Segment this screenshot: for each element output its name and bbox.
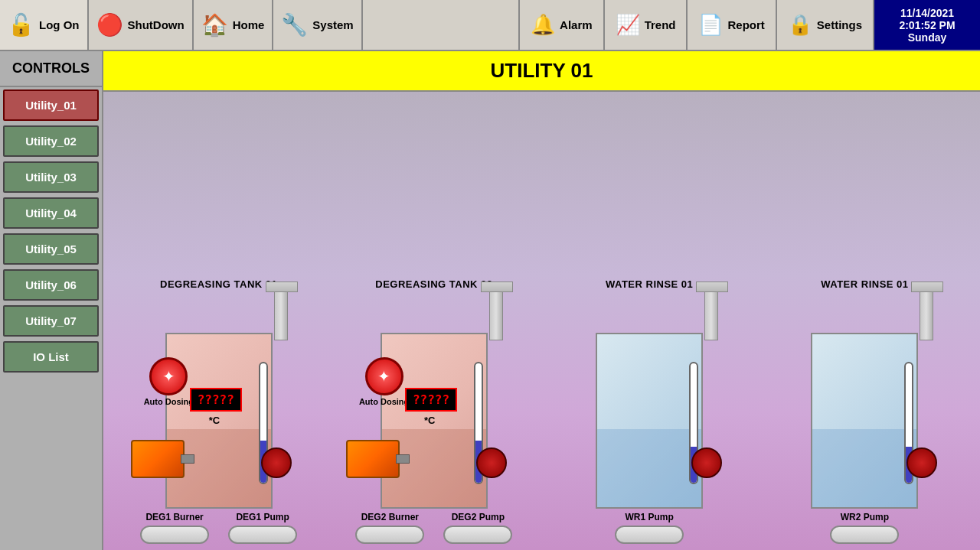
- pump-label-2: WR1 Pump: [625, 512, 673, 522]
- settings-button[interactable]: 🔒 Settings: [776, 0, 873, 50]
- auto-dosing-1: Auto Dosing: [359, 357, 409, 406]
- pipe-top-right-3: [920, 287, 933, 340]
- alarm-icon: 🔔: [531, 13, 555, 37]
- pump-label-1: DEG2 Pump: [452, 512, 505, 522]
- control-group-pump-0: DEG1 Pump: [228, 512, 297, 544]
- burner-button-1[interactable]: [355, 526, 424, 544]
- tank-visual-0: ?????*CAuto Dosing: [150, 295, 288, 509]
- home-button[interactable]: 🏠 Home: [194, 0, 274, 50]
- control-row-3: WR2 Pump: [776, 509, 952, 550]
- tank-body-2: [596, 333, 703, 509]
- trend-icon: 📈: [616, 13, 640, 37]
- control-group-pump-1: DEG2 Pump: [443, 512, 512, 544]
- topbar: 🔓 Log On 🔴 ShutDown 🏠 Home 🔧 System 🔔 Al…: [0, 0, 980, 51]
- settings-label: Settings: [817, 18, 862, 31]
- burner-0: [131, 440, 185, 478]
- shutdown-icon: 🔴: [96, 12, 123, 37]
- tank-visual-3: [795, 295, 933, 509]
- burner-label-1: DEG2 Burner: [361, 512, 419, 522]
- tank-visual-2: [580, 295, 718, 509]
- pump-button-1[interactable]: [443, 526, 512, 544]
- system-label: System: [312, 18, 353, 31]
- tank-label-3: WATER RINSE 01: [821, 278, 908, 290]
- tank-body-1: ?????*CAuto Dosing: [381, 333, 488, 509]
- pump-bottom-2: [691, 447, 730, 486]
- tanks-area: DEGREASING TANK 01?????*CAuto DosingDEG1…: [103, 92, 980, 550]
- burner-label-0: DEG1 Burner: [145, 512, 203, 522]
- sidebar-header: CONTROLS: [0, 51, 102, 87]
- control-row-1: DEG2 BurnerDEG2 Pump: [346, 509, 522, 550]
- control-row-0: DEG1 BurnerDEG1 Pump: [131, 509, 307, 550]
- pipe-top-right-1: [489, 287, 503, 340]
- control-group-burner-1: DEG2 Burner: [355, 512, 424, 544]
- pipe-top-right-2: [704, 287, 718, 340]
- pump-button-3[interactable]: [830, 526, 899, 544]
- pump-label-0: DEG1 Pump: [236, 512, 289, 522]
- pump-body-icon-2: [691, 447, 722, 478]
- pump-bottom-3: [906, 447, 945, 486]
- trend-button[interactable]: 📈 Trend: [603, 0, 687, 50]
- sidebar-item-utility_02[interactable]: Utility_02: [3, 125, 99, 157]
- sidebar-item-utility_03[interactable]: Utility_03: [3, 161, 99, 193]
- sidebar-item-utility_07[interactable]: Utility_07: [3, 305, 99, 337]
- sidebar-item-io-list[interactable]: IO List: [3, 341, 99, 373]
- day-display: Sunday: [908, 31, 947, 44]
- tank-label-0: DEGREASING TANK 01: [160, 278, 277, 290]
- pipe-top-right-0: [274, 287, 288, 340]
- system-button[interactable]: 🔧 System: [273, 0, 362, 50]
- page-title: UTILITY 01: [103, 51, 980, 92]
- tank-unit-2: WATER RINSE 01WR1 Pump: [561, 278, 737, 550]
- alarm-label: Alarm: [560, 18, 593, 31]
- sidebar-item-utility_05[interactable]: Utility_05: [3, 233, 99, 265]
- burner-1: [346, 440, 400, 478]
- report-icon: 📄: [698, 13, 723, 37]
- content-area: UTILITY 01 DEGREASING TANK 01?????*CAuto…: [103, 51, 980, 550]
- auto-dosing-label-1: Auto Dosing: [359, 397, 409, 406]
- report-label: Report: [727, 18, 764, 31]
- control-group-pump-2: WR1 Pump: [615, 512, 684, 544]
- temp-display-0: ?????: [190, 388, 242, 412]
- shutdown-button[interactable]: 🔴 ShutDown: [89, 0, 194, 50]
- pump-body-icon-1: [476, 447, 507, 478]
- pump-button-2[interactable]: [615, 526, 684, 544]
- dosing-pump-icon-0[interactable]: [149, 357, 188, 395]
- shutdown-label: ShutDown: [128, 18, 185, 31]
- control-group-burner-0: DEG1 Burner: [140, 512, 209, 544]
- control-group-pump-3: WR2 Pump: [830, 512, 899, 544]
- logon-button[interactable]: 🔓 Log On: [0, 0, 89, 50]
- auto-dosing-label-0: Auto Dosing: [144, 397, 194, 406]
- control-row-2: WR1 Pump: [561, 509, 737, 550]
- alarm-button[interactable]: 🔔 Alarm: [518, 0, 603, 50]
- tank-label-2: WATER RINSE 01: [606, 278, 693, 290]
- time-display: 2:01:52 PM: [899, 19, 955, 31]
- trend-label: Trend: [645, 18, 676, 31]
- tank-body-0: ?????*CAuto Dosing: [165, 333, 273, 509]
- tank-unit-0: DEGREASING TANK 01?????*CAuto DosingDEG1…: [131, 278, 307, 550]
- tank-label-1: DEGREASING TANK 02: [375, 278, 492, 290]
- settings-icon: 🔒: [788, 13, 812, 37]
- tank-visual-1: ?????*CAuto Dosing: [365, 295, 503, 509]
- temp-unit-0: *C: [209, 415, 220, 426]
- dosing-pump-icon-1[interactable]: [365, 357, 403, 395]
- pump-bottom-1: [476, 447, 514, 486]
- pump-bottom-0: [261, 447, 299, 486]
- sidebar: CONTROLS Utility_01Utility_02Utility_03U…: [0, 51, 103, 550]
- system-icon: 🔧: [281, 12, 308, 37]
- pump-label-3: WR2 Pump: [841, 512, 889, 522]
- sidebar-item-utility_01[interactable]: Utility_01: [3, 89, 99, 121]
- pump-body-icon-0: [261, 447, 292, 478]
- logon-icon: 🔓: [8, 12, 34, 37]
- burner-button-0[interactable]: [140, 526, 209, 544]
- temp-unit-1: *C: [424, 415, 435, 426]
- sidebar-item-utility_04[interactable]: Utility_04: [3, 197, 99, 229]
- pump-button-0[interactable]: [228, 526, 297, 544]
- tank-unit-1: DEGREASING TANK 02?????*CAuto DosingDEG2…: [346, 278, 522, 550]
- pump-body-icon-3: [906, 447, 937, 478]
- auto-dosing-0: Auto Dosing: [144, 357, 194, 406]
- report-button[interactable]: 📄 Report: [686, 0, 775, 50]
- sidebar-item-utility_06[interactable]: Utility_06: [3, 269, 99, 301]
- datetime-display: 11/14/2021 2:01:52 PM Sunday: [873, 0, 980, 50]
- home-label: Home: [233, 18, 265, 31]
- tank-unit-3: WATER RINSE 01WR2 Pump: [776, 278, 952, 550]
- logon-label: Log On: [39, 18, 80, 31]
